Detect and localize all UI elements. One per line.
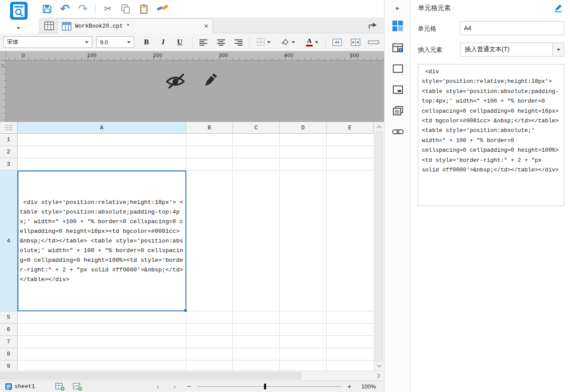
- widget-settings-tab[interactable]: [392, 84, 403, 95]
- underline-button[interactable]: U: [173, 36, 187, 48]
- bold-button[interactable]: B: [139, 36, 153, 48]
- sheet-row: 2: [0, 146, 374, 158]
- panel-edit-button[interactable]: [553, 3, 563, 13]
- row-header-3[interactable]: 3: [0, 158, 18, 171]
- select-all-grid-icon: [5, 125, 12, 130]
- row-header-2[interactable]: 2: [0, 146, 18, 158]
- app-menu-button[interactable]: [10, 1, 28, 21]
- sheet-tab[interactable]: sheet1: [2, 381, 39, 392]
- cell-element-tab[interactable]: [392, 20, 403, 32]
- zoom-slider-thumb[interactable]: [264, 384, 266, 389]
- insert-element-value: 插入普通文本(T): [460, 46, 514, 53]
- insert-element-select[interactable]: 插入普通文本(T): [460, 43, 564, 57]
- tab-title: WorkBook20.cpt *: [75, 23, 130, 29]
- format-painter-button[interactable]: [156, 3, 168, 14]
- cell-code-editor[interactable]: <div style='position:relative;height:18p…: [418, 64, 564, 206]
- collapse-panel-icon[interactable]: ▸: [392, 3, 403, 13]
- chevron-down-icon: [315, 41, 318, 43]
- scroll-up-icon[interactable]: [374, 123, 385, 130]
- col-header-B[interactable]: B: [186, 122, 233, 134]
- col-header-A[interactable]: A: [18, 122, 186, 134]
- row-cells[interactable]: [18, 158, 374, 171]
- row-cells[interactable]: [18, 134, 374, 146]
- row-cells[interactable]: [18, 324, 374, 336]
- col-header-D[interactable]: D: [280, 122, 327, 134]
- sheet-icon: [5, 383, 12, 390]
- align-left-button[interactable]: [196, 36, 210, 48]
- copy-button[interactable]: [120, 3, 132, 14]
- edit-report-button[interactable]: [201, 71, 219, 90]
- sheet-row: 7: [0, 336, 374, 348]
- borders-button[interactable]: [253, 36, 274, 48]
- horizontal-scrollbar[interactable]: [0, 371, 384, 381]
- row-header-9[interactable]: 9: [0, 360, 18, 371]
- status-bar: sheet1 ‹ › − + 100%: [0, 381, 384, 392]
- float-element-tab[interactable]: [392, 63, 403, 74]
- vertical-scrollbar[interactable]: [374, 122, 384, 371]
- tab-close-icon[interactable]: ×: [204, 23, 208, 30]
- toggle-visibility-button[interactable]: [163, 71, 188, 91]
- redo-button[interactable]: ↷: [77, 3, 89, 15]
- zoom-slider-track[interactable]: [197, 386, 341, 387]
- row-header-1[interactable]: 1: [0, 134, 18, 146]
- row-header-7[interactable]: 7: [0, 336, 18, 348]
- font-color-button[interactable]: A: [302, 36, 323, 48]
- italic-button[interactable]: I: [156, 36, 170, 48]
- save-icon: [42, 4, 52, 14]
- row-cells[interactable]: [18, 311, 374, 324]
- cell-ref-input[interactable]: [460, 21, 564, 35]
- fill-color-button[interactable]: [277, 36, 298, 48]
- col-header-C[interactable]: C: [233, 122, 280, 134]
- font-size-select[interactable]: 9.0: [96, 36, 134, 48]
- scroll-right-icon[interactable]: [374, 372, 382, 379]
- align-center-button[interactable]: [214, 36, 228, 48]
- prev-sheet-icon[interactable]: ‹: [153, 382, 162, 392]
- unmerge-cells-button[interactable]: [348, 36, 363, 48]
- scroll-down-icon[interactable]: [374, 362, 385, 369]
- cell-attributes-icon: [392, 43, 403, 53]
- cell-label: 单元格: [418, 25, 436, 33]
- row-cells[interactable]: [18, 146, 374, 158]
- add-chart-sheet-button[interactable]: [71, 382, 84, 392]
- unmerge-cells-icon: [351, 39, 360, 46]
- font-family-select[interactable]: 宋体: [4, 36, 92, 48]
- cell-attributes-tab[interactable]: [392, 42, 403, 53]
- row-cells[interactable]: [18, 348, 374, 360]
- copy-icon: [121, 4, 130, 14]
- report-canvas-area[interactable]: 0 100 200 300 400 500: [0, 51, 384, 122]
- merge-cells-button[interactable]: [330, 36, 345, 48]
- row-cells[interactable]: [18, 360, 374, 371]
- cut-button[interactable]: ✂: [102, 3, 114, 14]
- undo-icon: ↶: [60, 2, 70, 16]
- paste-button[interactable]: [138, 3, 150, 14]
- bold-label: B: [144, 38, 149, 46]
- row-header-5[interactable]: 5: [0, 311, 18, 324]
- active-cell-A4[interactable]: <div style='position:relative;height:18p…: [18, 171, 186, 311]
- zoom-out-icon[interactable]: −: [184, 382, 194, 392]
- row-header-6[interactable]: 6: [0, 324, 18, 336]
- popout-window-button[interactable]: [367, 20, 379, 31]
- cell-size-button[interactable]: [367, 36, 381, 48]
- row-header-4[interactable]: 4: [0, 171, 18, 311]
- undo-button[interactable]: ↶: [59, 3, 71, 15]
- next-sheet-icon[interactable]: ›: [170, 382, 179, 392]
- ruler-tick-label: 500: [350, 53, 359, 58]
- hyperlink-tab[interactable]: [392, 127, 404, 136]
- row-cells[interactable]: [18, 336, 374, 348]
- template-list-button[interactable]: [43, 20, 56, 32]
- col-header-E[interactable]: E: [327, 122, 374, 134]
- add-grid-sheet-button[interactable]: [53, 382, 67, 392]
- ruler-tick-label: 0: [22, 53, 25, 58]
- tab-workbook[interactable]: WorkBook20.cpt * ×: [57, 18, 213, 33]
- hyperlink-icon: [392, 128, 404, 135]
- app-menu-caret-icon[interactable]: [15, 25, 22, 31]
- vertical-scroll-thumb[interactable]: [375, 132, 383, 362]
- condition-attributes-tab[interactable]: [392, 105, 403, 116]
- select-all-button[interactable]: [0, 122, 18, 134]
- align-right-button[interactable]: [232, 36, 246, 48]
- row-header-8[interactable]: 8: [0, 348, 18, 360]
- horizontal-scroll-thumb[interactable]: [0, 372, 301, 379]
- save-button[interactable]: [41, 3, 53, 14]
- zoom-in-icon[interactable]: +: [345, 382, 354, 392]
- spreadsheet[interactable]: A B C D E 1 2 3 4 5 6 7 8 9 <div style='…: [0, 122, 374, 371]
